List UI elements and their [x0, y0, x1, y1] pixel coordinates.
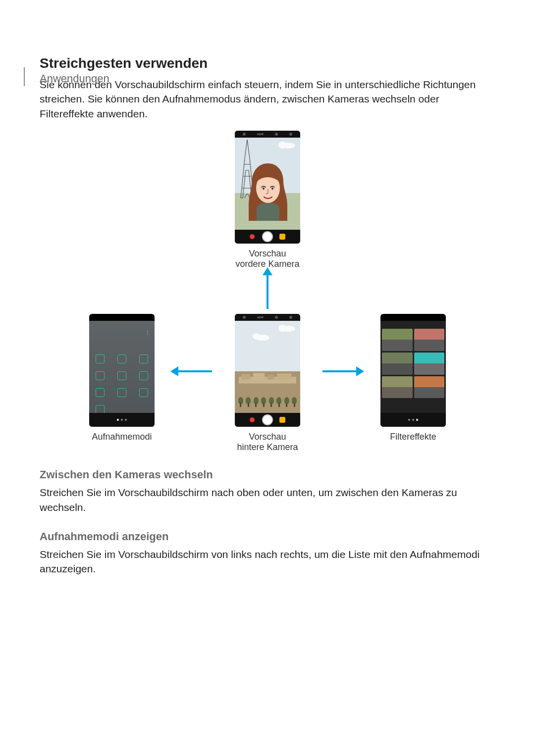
flash-icon: [275, 316, 278, 319]
filter-thumb: [414, 329, 445, 351]
phone-filters: Filtereffekte: [380, 314, 446, 442]
effects-button: [279, 234, 285, 240]
effects-button: [279, 417, 285, 423]
svg-rect-6: [268, 375, 274, 380]
record-button: [250, 417, 255, 422]
mode-item: [139, 388, 148, 397]
hdr-icon: HDR: [257, 133, 264, 136]
mode-item: [117, 371, 126, 380]
mode-item: [96, 371, 105, 380]
svg-rect-7: [277, 373, 291, 380]
figure-caption-filters: Filtereffekte: [380, 432, 446, 442]
svg-rect-4: [242, 374, 250, 380]
settings-icon: [243, 316, 246, 319]
mode-item: [117, 354, 126, 363]
person-illustration: [248, 161, 288, 221]
svg-point-1: [263, 188, 265, 190]
switch-icon: [289, 133, 292, 136]
mode-item: [96, 354, 105, 363]
svg-rect-5: [253, 373, 265, 380]
phone-back-preview: HDR: [235, 314, 300, 453]
mode-item: [117, 388, 126, 397]
flash-icon: [275, 133, 278, 136]
subsection-heading: Zwischen den Kameras wechseln: [40, 468, 495, 481]
phone-modes: ⋮: [89, 314, 155, 442]
arrow-left-icon: [177, 370, 212, 372]
overflow-icon: ⋮: [145, 330, 151, 335]
mode-item: [139, 371, 148, 380]
switch-icon: [289, 316, 292, 319]
mode-item: [96, 388, 105, 397]
shutter-button: [262, 414, 273, 425]
record-button: [250, 234, 255, 239]
filter-thumb: [382, 376, 413, 399]
arrow-right-icon: [322, 370, 357, 372]
arrow-up-icon: [267, 274, 268, 309]
filter-thumb: [414, 353, 445, 375]
mode-item: [139, 354, 148, 363]
figure-caption-front: Vorschau vordere Kamera: [235, 249, 300, 269]
subsection-heading: Aufnahmemodi anzeigen: [40, 530, 495, 543]
shutter-button: [262, 231, 273, 242]
filter-thumb: [382, 353, 413, 375]
subsection-body: Streichen Sie im Vorschaubildschirm nach…: [40, 485, 495, 514]
hdr-icon: HDR: [257, 316, 264, 319]
breadcrumb: Anwendungen: [40, 72, 109, 85]
section-heading: Streichgesten verwenden: [40, 55, 495, 71]
header-divider: [24, 67, 25, 86]
svg-point-2: [271, 188, 273, 190]
filter-thumb: [414, 376, 445, 399]
settings-icon: [243, 133, 246, 136]
subsection-body: Streichen Sie im Vorschaubildschirm von …: [40, 547, 495, 576]
phone-front-preview: HDR: [235, 131, 300, 269]
gesture-figure: HDR: [40, 131, 495, 453]
figure-caption-back: Vorschau hintere Kamera: [235, 432, 300, 453]
figure-caption-modes: Aufnahmemodi: [89, 432, 155, 442]
filter-thumb: [382, 329, 413, 351]
